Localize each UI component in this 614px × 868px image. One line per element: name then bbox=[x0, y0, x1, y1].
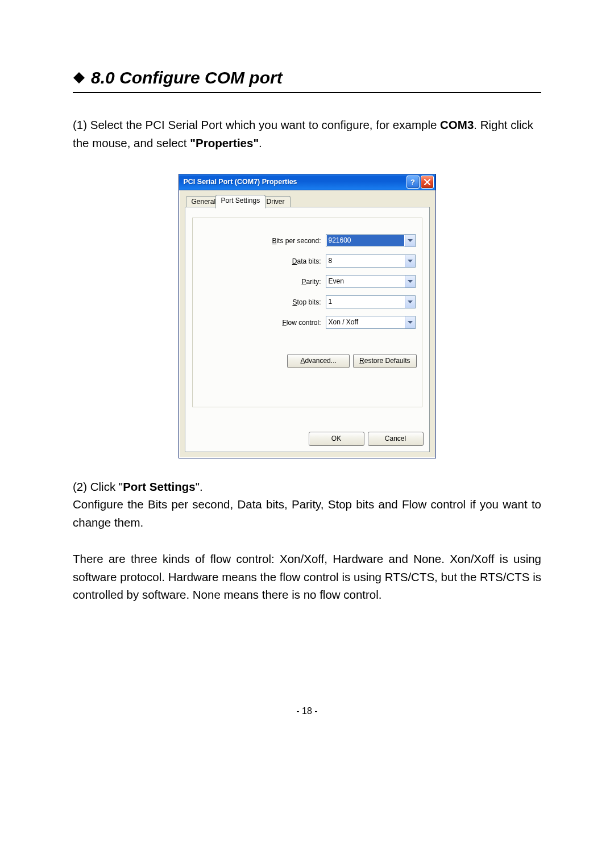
paragraph-2: (2) Click "Port Settings". bbox=[73, 478, 541, 496]
chevron-down-icon bbox=[405, 276, 415, 287]
svg-marker-2 bbox=[408, 260, 413, 262]
tab-port-settings[interactable]: Port Settings bbox=[215, 195, 266, 208]
advanced-button[interactable]: Advanced... bbox=[287, 354, 350, 368]
cancel-button[interactable]: Cancel bbox=[368, 432, 424, 446]
section-heading: 8.0 Configure COM port bbox=[73, 68, 541, 87]
paragraph-1: (1) Select the PCI Serial Port which you… bbox=[73, 116, 541, 152]
restore-defaults-button[interactable]: Restore Defaults bbox=[353, 354, 416, 368]
chevron-down-icon bbox=[405, 316, 415, 328]
label-parity: Parity: bbox=[193, 278, 326, 286]
label-data-bits: Data bits: bbox=[193, 257, 326, 265]
chevron-down-icon bbox=[405, 296, 415, 308]
svg-marker-1 bbox=[408, 239, 413, 242]
port-settings-group: Bits per second: 921600 Data bits: 8 bbox=[192, 218, 422, 407]
tabs: General Port Settings Driver bbox=[185, 195, 430, 207]
svg-marker-0 bbox=[73, 72, 85, 84]
label-stop-bits: Stop bits: bbox=[193, 298, 326, 306]
titlebar-close-button[interactable] bbox=[421, 176, 434, 189]
chevron-down-icon bbox=[405, 255, 415, 267]
select-parity[interactable]: Even bbox=[326, 275, 416, 288]
svg-marker-3 bbox=[408, 280, 413, 283]
select-flow-control[interactable]: Xon / Xoff bbox=[326, 316, 416, 329]
select-data-bits[interactable]: 8 bbox=[326, 254, 416, 268]
paragraph-3: Configure the Bits per second, Data bits… bbox=[73, 495, 541, 532]
label-flow-control: Flow control: bbox=[193, 319, 326, 327]
dialog-title: PCI Serial Port (COM7) Properties bbox=[184, 178, 405, 186]
paragraph-4: There are three kinds of flow control: X… bbox=[73, 550, 541, 604]
ok-button[interactable]: OK bbox=[309, 432, 364, 446]
tab-panel-port-settings: Bits per second: 921600 Data bits: 8 bbox=[185, 207, 430, 452]
page-number: - 18 - bbox=[73, 706, 541, 716]
diamond-bullet-icon bbox=[73, 72, 85, 84]
chevron-down-icon bbox=[405, 235, 415, 247]
label-bits-per-second: Bits per second: bbox=[193, 237, 326, 245]
properties-dialog: PCI Serial Port (COM7) Properties ? Gene… bbox=[179, 174, 436, 458]
section-heading-text: 8.0 Configure COM port bbox=[91, 68, 283, 87]
svg-marker-5 bbox=[408, 321, 413, 324]
titlebar-help-button[interactable]: ? bbox=[406, 176, 420, 189]
heading-rule bbox=[73, 92, 541, 93]
select-stop-bits[interactable]: 1 bbox=[326, 295, 416, 308]
select-bits-per-second[interactable]: 921600 bbox=[326, 234, 416, 247]
dialog-titlebar[interactable]: PCI Serial Port (COM7) Properties ? bbox=[179, 174, 435, 190]
svg-marker-4 bbox=[408, 301, 413, 303]
